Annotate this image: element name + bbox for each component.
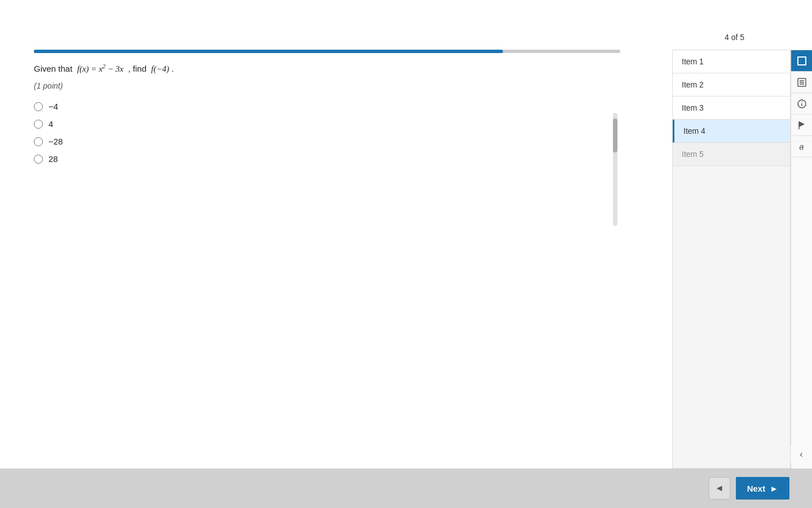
next-button[interactable]: Next ► — [736, 477, 789, 500]
prev-button[interactable]: ◄ — [709, 477, 730, 500]
svg-rect-0 — [798, 57, 806, 65]
question-text-before: Given that — [34, 64, 75, 73]
sidebar-item-4[interactable]: Item 4 — [673, 120, 790, 143]
page-counter: 4 of 5 — [725, 33, 744, 42]
option-label-4[interactable]: 28 — [48, 154, 58, 164]
option-label-1[interactable]: −4 — [48, 102, 58, 111]
option-item-1[interactable]: −4 — [34, 102, 615, 111]
bottom-nav-bar: ◄ Next ► — [0, 468, 812, 508]
info-icon-btn[interactable] — [791, 93, 813, 115]
option-item-2[interactable]: 4 — [34, 119, 615, 129]
list-icon-btn[interactable] — [791, 72, 813, 93]
flag-icon-btn[interactable] — [791, 115, 813, 136]
radio-opt4[interactable] — [34, 155, 43, 164]
options-list: −4 4 −28 28 — [34, 102, 615, 164]
question-math-expression: f(x) = x2 − 3x — [77, 64, 123, 73]
collapse-icon: ‹ — [800, 449, 802, 459]
question-text: Given that f(x) = x2 − 3x , find f(−4) . — [34, 62, 615, 76]
scroll-thumb[interactable] — [613, 119, 617, 152]
progress-bar-fill — [34, 50, 503, 53]
expand-icon-btn[interactable] — [791, 50, 813, 72]
question-area: Given that f(x) = x2 − 3x , find f(−4) .… — [34, 62, 615, 468]
question-math-find: f(−4) — [151, 64, 169, 73]
sidebar-item-3[interactable]: Item 3 — [673, 97, 790, 120]
option-label-2[interactable]: 4 — [48, 119, 53, 129]
option-item-3[interactable]: −28 — [34, 137, 615, 146]
prev-icon: ◄ — [715, 483, 724, 493]
collapse-sidebar-btn[interactable]: ‹ — [791, 446, 812, 463]
radio-opt1[interactable] — [34, 102, 43, 111]
sidebar-item-2[interactable]: Item 2 — [673, 73, 790, 97]
option-item-4[interactable]: 28 — [34, 154, 615, 164]
sidebar-item-1[interactable]: Item 1 — [673, 50, 790, 73]
radio-opt2[interactable] — [34, 120, 43, 129]
next-label: Next — [747, 484, 766, 493]
next-arrow-icon: ► — [770, 484, 778, 493]
option-label-3[interactable]: −28 — [48, 137, 63, 146]
svg-point-7 — [801, 101, 802, 102]
sidebar-panel: Item 1 Item 2 Item 3 Item 4 Item 5 — [672, 50, 791, 468]
radio-opt3[interactable] — [34, 137, 43, 146]
scroll-track[interactable] — [613, 113, 617, 226]
progress-bar-container — [34, 50, 620, 53]
sidebar-item-5[interactable]: Item 5 — [673, 143, 790, 166]
points-label: (1 point) — [34, 81, 615, 90]
question-text-period: . — [171, 64, 174, 73]
sidebar-icons-panel: a ‹ — [791, 50, 812, 468]
question-text-after: , find — [126, 64, 149, 73]
svg-marker-8 — [799, 121, 805, 127]
strikethrough-icon-btn[interactable]: a — [791, 136, 813, 157]
